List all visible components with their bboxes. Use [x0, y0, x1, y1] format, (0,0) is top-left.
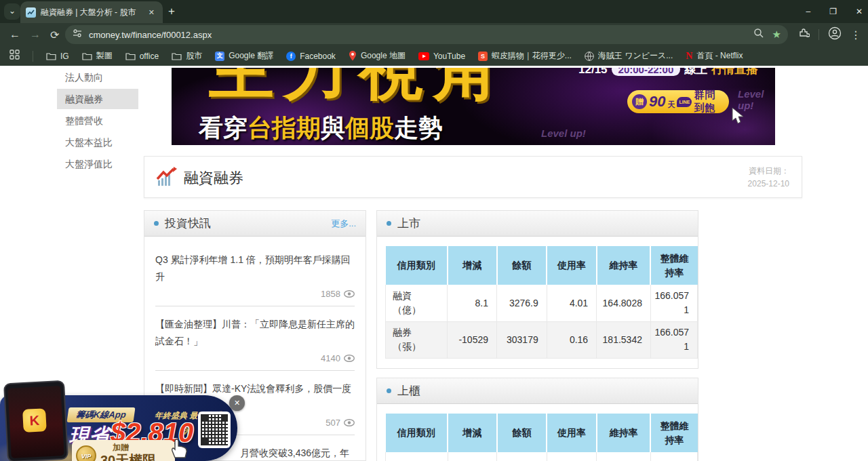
bullet-icon — [387, 221, 391, 226]
window-close-button[interactable]: ✕ — [856, 7, 863, 16]
bookmark-folder-ig[interactable]: IG — [46, 52, 69, 61]
tab-search-chevron-icon[interactable]: ⌄ — [4, 3, 20, 20]
banner-schedule: 12/15 20:00-22:00 線上 行情直播 — [578, 68, 757, 77]
banner-subtitle: 看穿台指期與個股走勢 — [199, 112, 443, 145]
line-icon: LINE — [677, 97, 692, 107]
table-row: 融資 （億） 8.1 3276.9 4.01 164.8028 166.0571 — [386, 285, 698, 321]
bookmark-google-maps[interactable]: Google 地圖 — [349, 50, 406, 62]
site-info-icon[interactable] — [72, 28, 83, 41]
listed-panel-title: 上市 — [397, 216, 420, 231]
cursor-arrow-icon — [731, 107, 746, 127]
bullet-icon — [387, 388, 391, 393]
banner-watermark: Level up! — [541, 127, 586, 139]
eye-icon — [344, 290, 355, 298]
back-button[interactable]: ← — [9, 28, 20, 41]
news-panel-title: 投資快訊 — [165, 216, 211, 231]
otc-panel-header: 上櫃 — [377, 378, 698, 404]
browser-toolbar: ← → ⟳ cmoney.tw/finance/f00012.aspx ★ — [0, 23, 868, 46]
tab-close-icon[interactable]: ✕ — [146, 7, 157, 18]
news-views: 4140 — [144, 350, 366, 370]
folder-icon — [82, 52, 92, 60]
folder-icon — [46, 52, 56, 60]
bookmark-globe-site[interactable]: 海賊王 ワンピース... — [585, 50, 673, 62]
page-title: 融資融券 — [184, 168, 243, 188]
otc-table: 信用類別 增減 餘額 使用率 維持率 整體維持率 融資 164.547 — [385, 414, 698, 461]
folder-icon — [125, 52, 136, 60]
sidebar-item-institutional[interactable]: 法人動向 — [57, 67, 138, 87]
bookmark-folder-stock[interactable]: 股市 — [172, 50, 202, 62]
menu-icon[interactable]: ⋮ — [850, 28, 861, 41]
browser-tab[interactable]: 融資融券 | 大盤分析 - 股市 ✕ — [20, 1, 163, 23]
toolbar-divider — [818, 29, 819, 40]
k-line-app-icon: K — [22, 408, 47, 433]
data-date: 資料日期： 2025-12-10 — [748, 165, 789, 191]
profile-icon[interactable] — [828, 26, 842, 43]
otc-market-panel: 上櫃 信用類別 增減 餘額 使用率 維持率 整體維持率 融資 164.547 — [376, 378, 698, 461]
folder-icon — [172, 52, 182, 60]
reload-button[interactable]: ⟳ — [50, 28, 59, 41]
url-text: cmoney.tw/finance/f00012.aspx — [89, 30, 753, 40]
bookmark-folder-drawing[interactable]: 製圖 — [82, 50, 113, 62]
globe-icon — [585, 52, 594, 61]
otc-panel-title: 上櫃 — [397, 383, 420, 399]
vip-badge: VIP — [76, 445, 96, 461]
table-header-row: 信用類別 增減 餘額 使用率 維持率 整體維持率 — [386, 246, 698, 285]
news-views: 1858 — [144, 286, 366, 306]
qr-code — [198, 412, 231, 448]
netflix-icon: N — [686, 51, 692, 62]
shopee-icon: S — [478, 52, 488, 61]
site-favicon-icon — [26, 7, 36, 18]
sidebar-item-revenue[interactable]: 整體營收 — [57, 111, 138, 131]
address-bar[interactable]: cmoney.tw/finance/f00012.aspx ★ — [65, 25, 788, 44]
gift-badge: 贈 — [632, 94, 647, 109]
eye-icon — [344, 419, 355, 426]
bookmark-google-translate[interactable]: 文 Google 翻譯 — [215, 50, 273, 62]
trend-chart-icon — [155, 167, 177, 190]
bullet-icon — [154, 221, 159, 226]
bookmarks-bar: IG 製圖 office 股市 文 Google 翻譯 f Facebook G… — [0, 46, 868, 66]
banner-headline: 主力視角 — [209, 68, 507, 115]
new-tab-button[interactable]: + — [168, 5, 175, 18]
phone-mockup: K — [3, 380, 68, 461]
ad-bonus-ticket: VIP 加贈 30天權限 — [72, 440, 175, 461]
news-more-link[interactable]: 更多... — [331, 218, 356, 230]
bookmark-shopee[interactable]: S 蝦皮購物｜花得更少... — [478, 50, 572, 62]
bookmark-star-icon[interactable]: ★ — [772, 28, 781, 41]
table-row: 融券 （張） -10529 303179 0.16 181.5342 166.0… — [386, 321, 698, 358]
eye-icon — [344, 355, 355, 362]
news-item[interactable]: Q3 累計淨利年增 1.1 倍，預期明年客戶採購回升 — [144, 237, 366, 286]
bookmark-folder-office[interactable]: office — [125, 52, 159, 61]
listed-table: 信用類別 增減 餘額 使用率 維持率 整體維持率 融資 （億） 8.1 3276… — [385, 246, 698, 359]
youtube-icon — [418, 52, 429, 60]
listed-panel-header: 上市 — [377, 211, 698, 237]
google-translate-icon: 文 — [215, 52, 224, 61]
browser-tab-strip: ⌄ 融資融券 | 大盤分析 - 股市 ✕ + – ❐ ✕ — [0, 0, 868, 23]
news-panel-header: 投資快訊 更多... — [144, 211, 366, 237]
extensions-icon[interactable] — [797, 27, 810, 42]
page-header-card: 融資融券 資料日期： 2025-12-10 — [144, 156, 802, 198]
bookmark-netflix[interactable]: N 首頁 - Netflix — [686, 50, 743, 62]
facebook-icon: f — [286, 52, 296, 61]
bookmark-youtube[interactable]: YouTube — [418, 52, 465, 61]
bookmark-facebook[interactable]: f Facebook — [286, 52, 336, 61]
banner-cta-button[interactable]: 贈 90 天 LINE 群問到飽 — [627, 90, 729, 113]
sidebar-item-margin-trading[interactable]: 融資融券 — [57, 89, 138, 109]
window-minimize-button[interactable]: – — [806, 7, 810, 16]
ad-close-button[interactable]: ✕ — [229, 395, 245, 411]
window-restore-button[interactable]: ❐ — [829, 7, 837, 16]
hand-cursor-icon — [167, 437, 190, 461]
bookmarks-divider — [33, 51, 33, 62]
sidebar-item-market-pe[interactable]: 大盤本益比 — [57, 132, 138, 153]
table-header-row: 信用類別 增減 餘額 使用率 維持率 整體維持率 — [386, 414, 698, 452]
floating-promo-ad[interactable]: ❋ ❋ 籌碼K線App 年終盛典 最強豪禮 現省 $2,810 K VIP 加贈… — [0, 382, 248, 461]
news-item[interactable]: 【匯金油整理】川普：「立即降息是新任主席的試金石！」 — [144, 306, 366, 350]
page-content: 法人動向 融資融券 整體營收 大盤本益比 大盤淨值比 主力視角 12/15 20… — [0, 66, 868, 461]
tab-title: 融資融券 | 大盤分析 - 股市 — [41, 7, 141, 18]
forward-button[interactable]: → — [30, 28, 41, 41]
sidebar-item-market-pb[interactable]: 大盤淨值比 — [57, 154, 138, 174]
promo-banner[interactable]: 主力視角 12/15 20:00-22:00 線上 行情直播 Level up!… — [172, 68, 775, 145]
apps-grid-icon[interactable] — [9, 49, 20, 62]
google-maps-icon — [349, 51, 357, 61]
zoom-page-icon[interactable] — [753, 28, 764, 41]
listed-market-panel: 上市 信用類別 增減 餘額 使用率 維持率 整體維持率 融資 （億） 8.1 3… — [376, 210, 698, 369]
